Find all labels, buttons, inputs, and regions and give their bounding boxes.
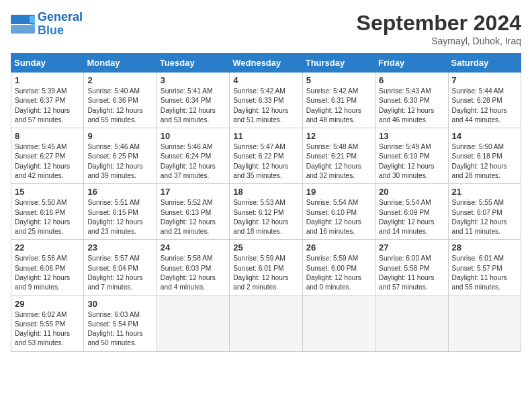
calendar-header-thursday: Thursday — [302, 54, 375, 73]
calendar-header-row: SundayMondayTuesdayWednesdayThursdayFrid… — [11, 54, 521, 73]
day-info: Sunrise: 6:03 AM Sunset: 5:54 PM Dayligh… — [87, 310, 152, 349]
day-number: 27 — [379, 242, 444, 253]
day-info: Sunrise: 5:50 AM Sunset: 6:16 PM Dayligh… — [15, 198, 80, 236]
day-info: Sunrise: 5:42 AM Sunset: 6:31 PM Dayligh… — [306, 87, 371, 125]
calendar-header-monday: Monday — [84, 54, 157, 73]
calendar-cell: 14Sunrise: 5:50 AM Sunset: 6:18 PM Dayli… — [448, 128, 521, 184]
day-number: 23 — [87, 242, 152, 253]
calendar-cell: 1Sunrise: 5:39 AM Sunset: 6:37 PM Daylig… — [11, 73, 84, 128]
calendar-cell: 12Sunrise: 5:48 AM Sunset: 6:21 PM Dayli… — [302, 128, 375, 184]
day-number: 1 — [15, 75, 80, 85]
calendar-cell: 26Sunrise: 5:59 AM Sunset: 6:00 PM Dayli… — [302, 240, 375, 295]
title-block: September 2024 Saymayl, Duhok, Iraq — [357, 11, 521, 46]
day-number: 21 — [452, 187, 517, 197]
day-number: 10 — [161, 131, 226, 141]
calendar-cell: 17Sunrise: 5:52 AM Sunset: 6:13 PM Dayli… — [157, 184, 229, 240]
day-number: 15 — [15, 187, 80, 197]
calendar-cell: 30Sunrise: 6:03 AM Sunset: 5:54 PM Dayli… — [84, 295, 157, 351]
calendar-cell: 4Sunrise: 5:42 AM Sunset: 6:33 PM Daylig… — [230, 73, 302, 128]
day-number: 16 — [87, 187, 152, 197]
logo-text: General Blue — [38, 11, 83, 38]
day-info: Sunrise: 5:43 AM Sunset: 6:30 PM Dayligh… — [379, 87, 444, 125]
page-header: General Blue September 2024 Saymayl, Duh… — [11, 11, 521, 46]
calendar-row-week-3: 15Sunrise: 5:50 AM Sunset: 6:16 PM Dayli… — [11, 184, 521, 240]
calendar-cell: 16Sunrise: 5:51 AM Sunset: 6:15 PM Dayli… — [84, 184, 157, 240]
day-number: 29 — [15, 299, 80, 309]
day-info: Sunrise: 5:40 AM Sunset: 6:36 PM Dayligh… — [87, 87, 152, 125]
day-number: 3 — [161, 75, 226, 85]
calendar-header-sunday: Sunday — [11, 54, 84, 73]
calendar-cell: 20Sunrise: 5:54 AM Sunset: 6:09 PM Dayli… — [375, 184, 448, 240]
calendar-cell: 11Sunrise: 5:47 AM Sunset: 6:22 PM Dayli… — [230, 128, 302, 184]
day-info: Sunrise: 6:02 AM Sunset: 5:55 PM Dayligh… — [15, 310, 80, 349]
calendar-cell: 27Sunrise: 6:00 AM Sunset: 5:58 PM Dayli… — [375, 240, 448, 295]
month-year: September 2024 — [357, 11, 521, 36]
calendar-header-wednesday: Wednesday — [230, 54, 302, 73]
calendar-header-friday: Friday — [375, 54, 448, 73]
day-info: Sunrise: 5:54 AM Sunset: 6:09 PM Dayligh… — [379, 198, 444, 236]
calendar-row-week-2: 8Sunrise: 5:45 AM Sunset: 6:27 PM Daylig… — [11, 128, 521, 184]
day-info: Sunrise: 5:49 AM Sunset: 6:19 PM Dayligh… — [379, 142, 444, 181]
calendar-cell: 29Sunrise: 6:02 AM Sunset: 5:55 PM Dayli… — [11, 295, 84, 351]
day-info: Sunrise: 5:48 AM Sunset: 6:21 PM Dayligh… — [306, 142, 371, 181]
day-info: Sunrise: 5:55 AM Sunset: 6:07 PM Dayligh… — [452, 198, 517, 236]
day-info: Sunrise: 5:44 AM Sunset: 6:28 PM Dayligh… — [452, 87, 517, 125]
day-number: 14 — [452, 131, 517, 141]
day-number: 17 — [161, 187, 226, 197]
day-info: Sunrise: 5:45 AM Sunset: 6:27 PM Dayligh… — [15, 142, 80, 181]
day-info: Sunrise: 5:42 AM Sunset: 6:33 PM Dayligh… — [233, 87, 298, 125]
day-info: Sunrise: 5:54 AM Sunset: 6:10 PM Dayligh… — [306, 198, 371, 236]
calendar-cell: 22Sunrise: 5:56 AM Sunset: 6:06 PM Dayli… — [11, 240, 84, 295]
day-number: 8 — [15, 131, 80, 141]
day-info: Sunrise: 5:46 AM Sunset: 6:25 PM Dayligh… — [87, 142, 152, 181]
calendar-cell: 25Sunrise: 5:59 AM Sunset: 6:01 PM Dayli… — [230, 240, 302, 295]
location: Saymayl, Duhok, Iraq — [357, 36, 521, 46]
calendar-cell: 23Sunrise: 5:57 AM Sunset: 6:04 PM Dayli… — [84, 240, 157, 295]
day-info: Sunrise: 6:01 AM Sunset: 5:57 PM Dayligh… — [452, 254, 517, 292]
logo-icon — [11, 15, 35, 34]
calendar-cell: 28Sunrise: 6:01 AM Sunset: 5:57 PM Dayli… — [448, 240, 521, 295]
calendar-cell: 2Sunrise: 5:40 AM Sunset: 6:36 PM Daylig… — [84, 73, 157, 128]
calendar-cell: 10Sunrise: 5:46 AM Sunset: 6:24 PM Dayli… — [157, 128, 229, 184]
day-number: 22 — [15, 242, 80, 253]
svg-marker-2 — [30, 16, 35, 23]
calendar-cell: 5Sunrise: 5:42 AM Sunset: 6:31 PM Daylig… — [302, 73, 375, 128]
day-info: Sunrise: 5:57 AM Sunset: 6:04 PM Dayligh… — [87, 254, 152, 292]
calendar-row-week-4: 22Sunrise: 5:56 AM Sunset: 6:06 PM Dayli… — [11, 240, 521, 295]
calendar-cell: 15Sunrise: 5:50 AM Sunset: 6:16 PM Dayli… — [11, 184, 84, 240]
day-info: Sunrise: 5:53 AM Sunset: 6:12 PM Dayligh… — [233, 198, 298, 236]
calendar-cell — [230, 295, 302, 351]
calendar-table: SundayMondayTuesdayWednesdayThursdayFrid… — [11, 53, 521, 352]
day-info: Sunrise: 5:51 AM Sunset: 6:15 PM Dayligh… — [87, 198, 152, 236]
day-number: 4 — [233, 75, 298, 85]
day-number: 19 — [306, 187, 371, 197]
calendar-cell: 7Sunrise: 5:44 AM Sunset: 6:28 PM Daylig… — [448, 73, 521, 128]
calendar-cell — [302, 295, 375, 351]
day-info: Sunrise: 5:59 AM Sunset: 6:00 PM Dayligh… — [306, 254, 371, 292]
calendar-cell: 3Sunrise: 5:41 AM Sunset: 6:34 PM Daylig… — [157, 73, 229, 128]
calendar-header-tuesday: Tuesday — [157, 54, 229, 73]
day-info: Sunrise: 5:52 AM Sunset: 6:13 PM Dayligh… — [161, 198, 226, 236]
day-info: Sunrise: 5:59 AM Sunset: 6:01 PM Dayligh… — [233, 254, 298, 292]
day-info: Sunrise: 5:47 AM Sunset: 6:22 PM Dayligh… — [233, 142, 298, 181]
calendar-cell: 18Sunrise: 5:53 AM Sunset: 6:12 PM Dayli… — [230, 184, 302, 240]
day-number: 24 — [161, 242, 226, 253]
calendar-cell: 19Sunrise: 5:54 AM Sunset: 6:10 PM Dayli… — [302, 184, 375, 240]
day-info: Sunrise: 5:46 AM Sunset: 6:24 PM Dayligh… — [161, 142, 226, 181]
logo-line2: Blue — [38, 24, 64, 37]
calendar-row-week-1: 1Sunrise: 5:39 AM Sunset: 6:37 PM Daylig… — [11, 73, 521, 128]
day-number: 7 — [452, 75, 517, 85]
calendar-cell: 24Sunrise: 5:58 AM Sunset: 6:03 PM Dayli… — [157, 240, 229, 295]
day-number: 12 — [306, 131, 371, 141]
day-number: 13 — [379, 131, 444, 141]
day-info: Sunrise: 5:50 AM Sunset: 6:18 PM Dayligh… — [452, 142, 517, 181]
calendar-cell: 9Sunrise: 5:46 AM Sunset: 6:25 PM Daylig… — [84, 128, 157, 184]
calendar-cell: 21Sunrise: 5:55 AM Sunset: 6:07 PM Dayli… — [448, 184, 521, 240]
calendar-cell: 8Sunrise: 5:45 AM Sunset: 6:27 PM Daylig… — [11, 128, 84, 184]
calendar-cell — [448, 295, 521, 351]
day-number: 11 — [233, 131, 298, 141]
day-number: 9 — [87, 131, 152, 141]
calendar-cell: 13Sunrise: 5:49 AM Sunset: 6:19 PM Dayli… — [375, 128, 448, 184]
day-info: Sunrise: 5:58 AM Sunset: 6:03 PM Dayligh… — [161, 254, 226, 292]
day-number: 28 — [452, 242, 517, 253]
